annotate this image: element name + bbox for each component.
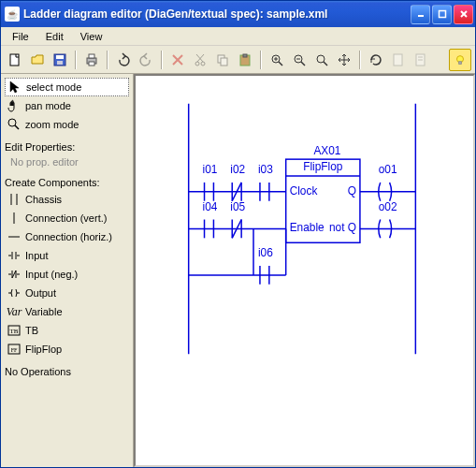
save-icon[interactable] [50,50,70,70]
mode-pan-label: pan mode [25,100,71,111]
label-o01: o01 [379,163,397,176]
separator-icon [359,51,361,69]
zoom-fit-icon[interactable] [311,50,332,70]
comp-output[interactable]: Output [5,284,129,302]
undo-icon[interactable] [113,50,134,70]
svg-line-17 [197,54,204,62]
separator-icon [161,51,163,69]
no-prop-editor: No prop. editor [5,154,129,169]
variable-icon: Var [7,304,22,319]
hand-icon [7,98,22,113]
comp-variable[interactable]: Var Variable [5,302,129,321]
label-i03: i03 [258,163,273,176]
comp-output-label: Output [25,287,56,299]
tb-icon: TB [7,323,22,338]
comp-input-label: Input [25,250,48,261]
svg-text:☕: ☕ [7,8,19,21]
output-icon [7,285,22,300]
refresh-icon[interactable] [366,50,386,70]
comp-flipflop-label: FlipFlop [25,344,62,355]
comp-input-neg-label: Input (neg.) [25,269,78,280]
content-area: select mode pan mode zoom mode Edit Prop… [1,74,475,467]
open-icon[interactable] [27,50,48,70]
hint-bulb-icon[interactable] [449,49,471,71]
menu-view[interactable]: View [73,29,110,44]
flipflop-icon: FF [7,342,22,357]
window-title: Ladder diagram editor (DiaGen/textual sp… [23,7,411,21]
diagram-canvas[interactable]: i01 i02 i03 i04 i05 i06 [134,74,475,467]
doc1-icon[interactable] [388,50,409,70]
sidebar: select mode pan mode zoom mode Edit Prop… [1,74,134,467]
edit-properties-label: Edit Properties: [5,141,129,153]
svg-point-40 [8,119,16,126]
svg-rect-9 [57,61,63,65]
input-icon [7,248,22,263]
label-i05: i05 [230,200,245,213]
minimize-button[interactable] [411,5,430,24]
svg-text:TB: TB [10,328,19,335]
svg-rect-22 [243,54,247,57]
svg-line-31 [324,62,327,66]
comp-input[interactable]: Input [5,246,129,265]
comp-chassis-label: Chassis [25,194,62,205]
mode-zoom[interactable]: zoom mode [5,115,129,134]
copy-icon[interactable] [212,50,233,70]
comp-tb[interactable]: TB TB [5,321,129,340]
svg-rect-8 [56,55,64,59]
svg-rect-20 [221,58,227,66]
block-name: AX01 [313,144,340,157]
separator-icon [75,51,77,69]
cut-icon[interactable] [190,50,210,70]
menu-file[interactable]: File [5,29,36,44]
toolbar [1,46,475,74]
svg-line-41 [15,125,19,129]
port-clock: Clock [290,184,318,197]
label-i02: i02 [230,163,245,176]
window-controls [411,5,473,24]
comp-chassis[interactable]: Chassis [5,190,129,209]
pan-icon[interactable] [334,50,354,70]
menu-edit[interactable]: Edit [38,29,71,44]
delete-icon[interactable] [167,50,188,70]
create-components-label: Create Components: [5,177,129,188]
block-type: FlipFlop [303,160,343,173]
paste-icon[interactable] [235,50,255,70]
svg-rect-6 [10,54,19,66]
svg-point-16 [201,62,205,66]
comp-conn-horiz[interactable]: Connection (horiz.) [5,227,129,246]
no-operations-label: No Operations [5,366,129,377]
comp-variable-label: Variable [25,306,63,317]
zoom-in-icon[interactable] [267,50,287,70]
comp-input-neg[interactable]: Input (neg.) [5,265,129,284]
port-enable: Enable [290,221,325,234]
print-icon[interactable] [81,50,102,70]
mode-select-label: select mode [26,81,81,93]
comp-conn-vert[interactable]: Connection (vert.) [5,209,129,227]
separator-icon [107,51,108,69]
svg-rect-3 [439,11,445,18]
doc2-icon[interactable] [411,50,431,70]
java-icon: ☕ [5,7,20,22]
port-q: Q [348,184,356,197]
svg-point-15 [195,62,199,66]
svg-line-24 [279,62,282,66]
svg-rect-39 [459,61,462,64]
label-o02: o02 [379,200,397,213]
port-notq: not Q [329,221,356,234]
label-i04: i04 [203,200,218,213]
app-window: ☕ Ladder diagram editor (DiaGen/textual … [0,0,476,468]
separator-icon [260,51,262,69]
close-button[interactable] [454,5,473,24]
conn-horiz-icon [7,229,22,244]
new-icon[interactable] [5,50,25,70]
mode-pan[interactable]: pan mode [5,96,129,115]
redo-icon[interactable] [136,50,156,70]
no-prop-editor-label: No prop. editor [10,156,79,168]
zoom-out-icon[interactable] [289,50,310,70]
titlebar[interactable]: ☕ Ladder diagram editor (DiaGen/textual … [1,1,475,27]
mode-select[interactable]: select mode [5,78,129,96]
comp-flipflop[interactable]: FF FlipFlop [5,340,129,358]
input-neg-icon [7,267,22,282]
svg-rect-34 [394,54,402,66]
maximize-button[interactable] [432,5,452,24]
